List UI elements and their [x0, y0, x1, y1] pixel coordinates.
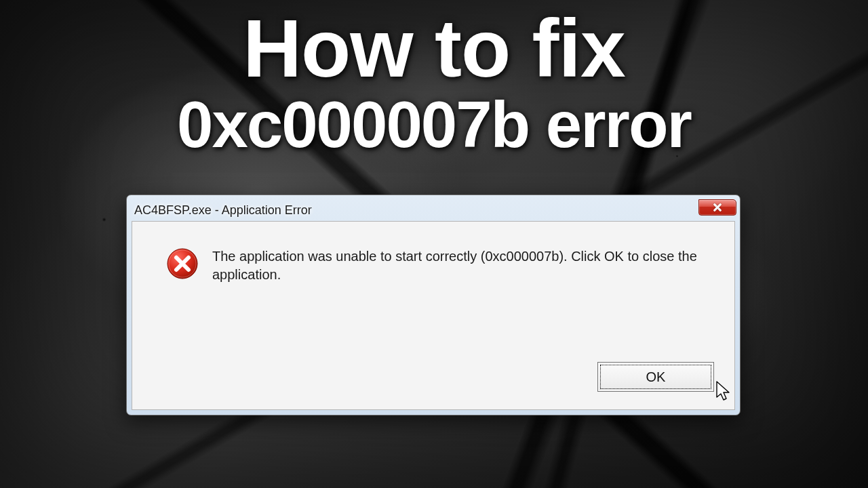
- dialog-titlebar[interactable]: AC4BFSP.exe - Application Error: [132, 200, 735, 220]
- close-icon: [713, 203, 722, 212]
- button-row: OK: [597, 362, 714, 392]
- close-button[interactable]: [698, 199, 736, 216]
- error-icon: [166, 247, 199, 280]
- message-row: The application was unable to start corr…: [132, 222, 734, 284]
- dialog-title: AC4BFSP.exe - Application Error: [134, 203, 312, 218]
- error-message: The application was unable to start corr…: [212, 247, 701, 284]
- ok-button-label: OK: [646, 369, 666, 385]
- error-dialog[interactable]: AC4BFSP.exe - Application Error: [126, 195, 741, 415]
- dialog-body: The application was unable to start corr…: [132, 221, 735, 410]
- ok-button[interactable]: OK: [597, 362, 714, 392]
